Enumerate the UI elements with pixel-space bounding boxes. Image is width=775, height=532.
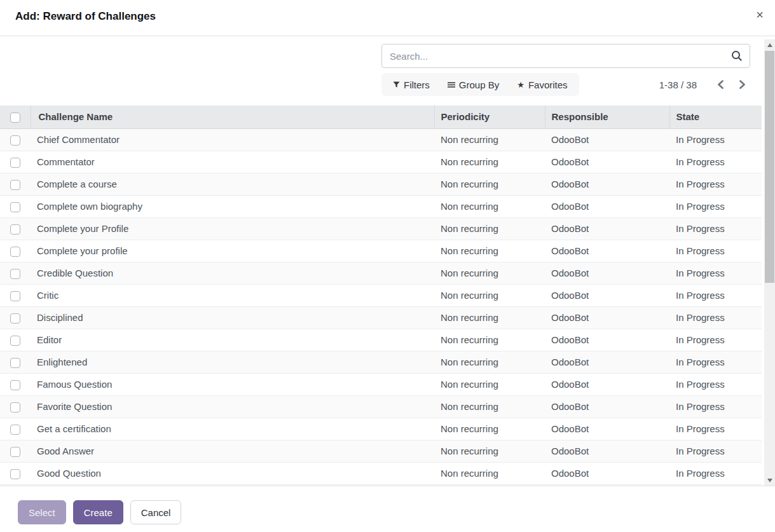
close-icon[interactable]: ×: [753, 8, 767, 22]
group-by-button[interactable]: Group By: [439, 73, 508, 96]
cell-state[interactable]: In Progress: [669, 217, 762, 240]
cancel-button[interactable]: Cancel: [130, 500, 182, 524]
table-row[interactable]: Famous Question Non recurring OdooBot In…: [0, 373, 762, 395]
cell-challenge-name[interactable]: Complete your profile: [31, 240, 434, 262]
pager-previous-icon[interactable]: [712, 76, 729, 93]
table-row[interactable]: Complete your profile Non recurring Odoo…: [0, 240, 762, 262]
cell-periodicity[interactable]: Non recurring: [434, 306, 545, 329]
table-row[interactable]: Complete a course Non recurring OdooBot …: [0, 173, 762, 195]
cell-state[interactable]: In Progress: [669, 351, 762, 373]
cell-periodicity[interactable]: Non recurring: [434, 462, 545, 484]
row-checkbox[interactable]: [10, 180, 20, 190]
cell-state[interactable]: In Progress: [669, 418, 762, 440]
cell-responsible[interactable]: OdooBot: [545, 306, 669, 329]
cell-periodicity[interactable]: Non recurring: [434, 329, 545, 351]
table-row[interactable]: Chief Commentator Non recurring OdooBot …: [0, 128, 762, 151]
cell-state[interactable]: In Progress: [669, 284, 762, 306]
search-icon[interactable]: [730, 50, 743, 62]
cell-responsible[interactable]: OdooBot: [545, 128, 669, 151]
cell-challenge-name[interactable]: Chief Commentator: [31, 128, 434, 151]
cell-responsible[interactable]: OdooBot: [545, 395, 669, 418]
row-checkbox[interactable]: [10, 202, 20, 212]
cell-periodicity[interactable]: Non recurring: [434, 262, 545, 284]
scroll-down-icon[interactable]: [764, 475, 775, 486]
row-checkbox[interactable]: [10, 469, 20, 479]
cell-responsible[interactable]: OdooBot: [545, 195, 669, 217]
vertical-scrollbar[interactable]: [764, 39, 775, 486]
cell-responsible[interactable]: OdooBot: [545, 329, 669, 351]
cell-periodicity[interactable]: Non recurring: [434, 217, 545, 240]
cell-challenge-name[interactable]: Good Question: [31, 462, 434, 484]
cell-challenge-name[interactable]: Complete a course: [31, 173, 434, 195]
table-row[interactable]: Complete your Profile Non recurring Odoo…: [0, 217, 762, 240]
cell-responsible[interactable]: OdooBot: [545, 173, 669, 195]
cell-challenge-name[interactable]: Commentator: [31, 151, 434, 173]
select-button[interactable]: Select: [18, 500, 66, 524]
cell-state[interactable]: In Progress: [669, 306, 762, 329]
cell-challenge-name[interactable]: Critic: [31, 284, 434, 306]
cell-challenge-name[interactable]: Enlightened: [31, 351, 434, 373]
column-header-responsible[interactable]: Responsible: [545, 106, 669, 128]
cell-state[interactable]: In Progress: [669, 462, 762, 484]
cell-responsible[interactable]: OdooBot: [545, 284, 669, 306]
cell-periodicity[interactable]: Non recurring: [434, 373, 545, 395]
cell-responsible[interactable]: OdooBot: [545, 373, 669, 395]
cell-state[interactable]: In Progress: [669, 395, 762, 418]
cell-periodicity[interactable]: Non recurring: [434, 395, 545, 418]
cell-responsible[interactable]: OdooBot: [545, 440, 669, 462]
favorites-button[interactable]: ★ Favorites: [508, 73, 576, 96]
cell-challenge-name[interactable]: Good Answer: [31, 440, 434, 462]
row-checkbox[interactable]: [10, 336, 20, 346]
cell-responsible[interactable]: OdooBot: [545, 151, 669, 173]
cell-challenge-name[interactable]: Disciplined: [31, 306, 434, 329]
row-checkbox[interactable]: [10, 158, 20, 168]
scrollbar-thumb[interactable]: [765, 51, 774, 283]
row-checkbox[interactable]: [10, 291, 20, 301]
search-input[interactable]: [382, 44, 750, 67]
row-checkbox[interactable]: [10, 380, 20, 390]
cell-responsible[interactable]: OdooBot: [545, 462, 669, 484]
cell-responsible[interactable]: OdooBot: [545, 262, 669, 284]
cell-state[interactable]: In Progress: [669, 128, 762, 151]
cell-state[interactable]: In Progress: [669, 195, 762, 217]
cell-state[interactable]: In Progress: [669, 329, 762, 351]
table-row[interactable]: Get a certification Non recurring OdooBo…: [0, 418, 762, 440]
scroll-up-icon[interactable]: [764, 39, 775, 50]
cell-challenge-name[interactable]: Complete your Profile: [31, 217, 434, 240]
cell-challenge-name[interactable]: Get a certification: [31, 418, 434, 440]
create-button[interactable]: Create: [73, 500, 123, 524]
table-row[interactable]: Complete own biography Non recurring Odo…: [0, 195, 762, 217]
cell-state[interactable]: In Progress: [669, 440, 762, 462]
cell-challenge-name[interactable]: Editor: [31, 329, 434, 351]
table-row[interactable]: Good Question Non recurring OdooBot In P…: [0, 462, 762, 484]
row-checkbox[interactable]: [10, 402, 20, 413]
column-header-challenge-name[interactable]: Challenge Name: [31, 106, 434, 128]
cell-challenge-name[interactable]: Famous Question: [31, 373, 434, 395]
cell-periodicity[interactable]: Non recurring: [434, 151, 545, 173]
cell-challenge-name[interactable]: Credible Question: [31, 262, 434, 284]
row-checkbox[interactable]: [10, 358, 20, 368]
row-checkbox[interactable]: [10, 247, 20, 257]
cell-periodicity[interactable]: Non recurring: [434, 240, 545, 262]
table-row[interactable]: Disciplined Non recurring OdooBot In Pro…: [0, 306, 762, 329]
row-checkbox[interactable]: [10, 135, 20, 146]
table-row[interactable]: Enlightened Non recurring OdooBot In Pro…: [0, 351, 762, 373]
table-row[interactable]: Commentator Non recurring OdooBot In Pro…: [0, 151, 762, 173]
cell-state[interactable]: In Progress: [669, 373, 762, 395]
cell-periodicity[interactable]: Non recurring: [434, 418, 545, 440]
cell-responsible[interactable]: OdooBot: [545, 217, 669, 240]
select-all-checkbox[interactable]: [10, 113, 20, 123]
table-row[interactable]: Critic Non recurring OdooBot In Progress: [0, 284, 762, 306]
cell-state[interactable]: In Progress: [669, 262, 762, 284]
cell-responsible[interactable]: OdooBot: [545, 240, 669, 262]
cell-state[interactable]: In Progress: [669, 151, 762, 173]
row-checkbox[interactable]: [10, 269, 20, 279]
cell-state[interactable]: In Progress: [669, 240, 762, 262]
table-row[interactable]: Good Answer Non recurring OdooBot In Pro…: [0, 440, 762, 462]
cell-challenge-name[interactable]: Favorite Question: [31, 395, 434, 418]
filters-button[interactable]: Filters: [384, 73, 439, 96]
pager-next-icon[interactable]: [734, 76, 750, 93]
table-row[interactable]: Editor Non recurring OdooBot In Progress: [0, 329, 762, 351]
cell-responsible[interactable]: OdooBot: [545, 351, 669, 373]
row-checkbox[interactable]: [10, 224, 20, 235]
